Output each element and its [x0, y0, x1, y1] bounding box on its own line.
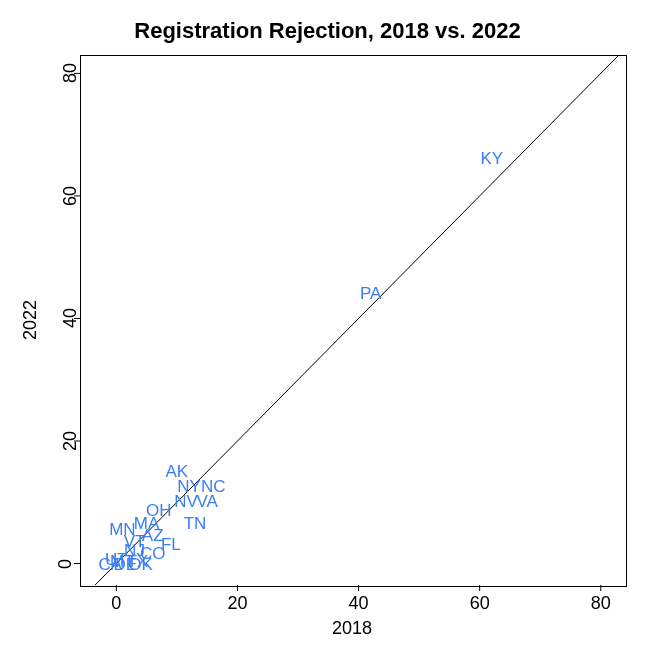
chart-container: Registration Rejection, 2018 vs. 2022 20… [0, 0, 655, 655]
y-tick-label: 20 [60, 431, 81, 451]
x-axis-label: 2018 [332, 618, 372, 639]
y-axis-label: 2022 [20, 300, 41, 340]
x-tick-label: 0 [111, 593, 121, 614]
y-tick-label: 40 [60, 308, 81, 328]
x-tick-label: 80 [591, 593, 611, 614]
y-tick-label: 0 [55, 559, 76, 569]
x-tick-label: 20 [227, 593, 247, 614]
x-tick-label: 40 [349, 593, 369, 614]
svg-line-10 [95, 55, 619, 585]
axes-svg [0, 0, 655, 655]
y-tick-label: 80 [60, 63, 81, 83]
y-tick-label: 60 [60, 186, 81, 206]
x-tick-label: 60 [470, 593, 490, 614]
